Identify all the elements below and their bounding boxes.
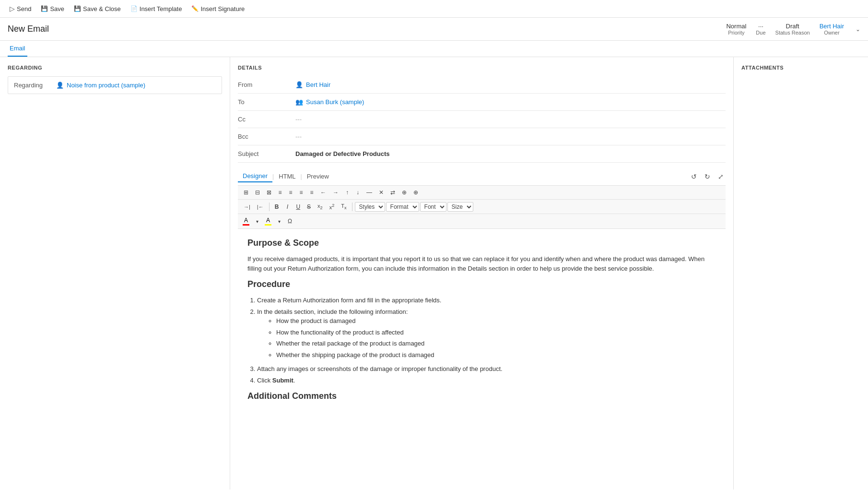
regarding-box: Regarding 👤 Noise from product (sample) <box>8 76 222 94</box>
rte-subscript-btn[interactable]: x2 <box>315 202 326 212</box>
header-chevron-icon[interactable]: ⌄ <box>856 26 860 33</box>
rte-toolbar-row3: A ▾ A ▾ Ω <box>238 214 726 229</box>
rte-row3: A ▾ A ▾ Ω <box>241 216 723 227</box>
main-content: REGARDING Regarding 👤 Noise from product… <box>0 57 868 490</box>
undo-button[interactable]: ↺ <box>689 172 699 181</box>
details-section-title: DETAILS <box>238 65 726 71</box>
insert-signature-icon: ✏️ <box>191 5 199 12</box>
editor-content[interactable]: Purpose & Scope If you receive damaged p… <box>238 229 726 411</box>
expand-button[interactable]: ⤢ <box>716 172 726 181</box>
email-bullet3: Whether the retail package of the produc… <box>276 339 716 348</box>
rte-bold-btn[interactable]: B <box>272 202 282 212</box>
cc-field: Cc --- <box>238 111 726 128</box>
rte-arrow1-btn[interactable]: ← <box>317 188 329 197</box>
save-icon: 💾 <box>41 5 48 12</box>
send-icon: ▷ <box>10 5 15 12</box>
rte-add2-btn[interactable]: ⊕ <box>411 188 421 197</box>
rte-table3-btn[interactable]: ⊠ <box>264 188 274 197</box>
rte-underline-btn[interactable]: U <box>293 202 303 212</box>
editor-controls: ↺ ↻ ⤢ <box>689 172 726 181</box>
rte-add1-btn[interactable]: ⊕ <box>399 188 410 197</box>
rte-arrow3-btn[interactable]: ↑ <box>342 188 352 197</box>
regarding-panel: REGARDING Regarding 👤 Noise from product… <box>0 57 230 490</box>
insert-template-icon: 📄 <box>130 5 138 12</box>
to-person-icon: 👥 <box>295 98 303 106</box>
rte-indent-increase-btn[interactable]: →| <box>241 203 253 211</box>
rte-table2-btn[interactable]: ⊟ <box>252 188 263 197</box>
save-close-icon: 💾 <box>74 5 81 12</box>
rte-omega-btn[interactable]: Ω <box>285 216 295 226</box>
rte-highlight-dropdown-btn[interactable]: ▾ <box>274 218 284 225</box>
save-button[interactable]: 💾 Save <box>37 3 68 14</box>
rte-superscript-btn[interactable]: x2 <box>327 202 338 212</box>
email-step3: Attach any images or screenshots of the … <box>257 364 716 374</box>
highlight-color-bar <box>265 224 271 226</box>
rte-sep2 <box>352 203 352 211</box>
bcc-field: Bcc --- <box>238 128 726 145</box>
regarding-label: Regarding <box>14 82 52 89</box>
bcc-label: Bcc <box>238 133 295 140</box>
rte-align1-btn[interactable]: ≡ <box>275 188 285 197</box>
email-bullet1: How the product is damaged <box>276 316 716 326</box>
save-close-button[interactable]: 💾 Save & Close <box>70 3 125 14</box>
tab-preview[interactable]: Preview <box>302 171 334 182</box>
owner-meta[interactable]: Bert Hair Owner <box>820 23 844 36</box>
from-label: From <box>238 81 295 88</box>
priority-meta: Normal Priority <box>726 23 746 36</box>
font-select[interactable]: Font <box>420 202 446 212</box>
size-select[interactable]: Size <box>447 202 473 212</box>
email-para1: If you receive damaged products, it is i… <box>247 254 716 273</box>
insert-signature-button[interactable]: ✏️ Insert Signature <box>188 3 248 14</box>
email-bullet2: How the functionality of the product is … <box>276 328 716 337</box>
rte-arrow4-btn[interactable]: ↓ <box>353 188 363 197</box>
rte-table-btn[interactable]: ⊞ <box>241 188 251 197</box>
rte-italic-btn[interactable]: I <box>282 202 292 212</box>
regarding-value[interactable]: 👤 Noise from product (sample) <box>56 82 145 89</box>
rte-clear-btn[interactable]: Tx <box>338 202 349 212</box>
rte-toolbar-row1: ⊞ ⊟ ⊠ ≡ ≡ ≡ ≡ ← → ↑ ↓ — ✕ ⇄ ⊕ ⊕ <box>238 186 726 200</box>
rte-indent-decrease-btn[interactable]: |← <box>254 203 267 211</box>
rte-font-color-dropdown-btn[interactable]: ▾ <box>252 218 262 225</box>
from-person-icon: 👤 <box>295 81 303 88</box>
styles-select[interactable]: Styles <box>355 202 385 212</box>
attachments-panel: ATTACHMENTS <box>734 57 868 490</box>
send-button[interactable]: ▷ Send <box>6 3 35 14</box>
rte-swap-btn[interactable]: ⇄ <box>387 188 398 197</box>
email-step2: In the details section, include the foll… <box>257 307 716 360</box>
page-title: New Email <box>8 24 49 34</box>
subject-value[interactable]: Damaged or Defective Products <box>295 150 390 157</box>
rte-align4-btn[interactable]: ≡ <box>307 188 317 197</box>
tab-email[interactable]: Email <box>8 41 27 57</box>
editor-content-wrap: Purpose & Scope If you receive damaged p… <box>238 229 726 411</box>
font-color-bar <box>243 224 249 226</box>
cc-value[interactable]: --- <box>295 116 302 123</box>
from-value[interactable]: 👤 Bert Hair <box>295 81 330 88</box>
email-step1: Create a Return Authorization form and f… <box>257 296 716 305</box>
to-value[interactable]: 👥 Susan Burk (sample) <box>295 98 364 106</box>
insert-template-button[interactable]: 📄 Insert Template <box>127 3 186 14</box>
subject-label: Subject <box>238 150 295 157</box>
regarding-section-title: REGARDING <box>8 65 222 71</box>
page-header: New Email Normal Priority ··· Due Draft … <box>0 18 868 41</box>
attachments-section-title: ATTACHMENTS <box>741 65 860 71</box>
status-reason-meta: Draft Status Reason <box>775 23 810 36</box>
rte-font-color-btn[interactable]: A <box>241 216 251 227</box>
bcc-value[interactable]: --- <box>295 133 302 140</box>
tab-html[interactable]: HTML <box>274 171 300 182</box>
format-select[interactable]: Format <box>386 202 419 212</box>
rte-close-btn[interactable]: ✕ <box>376 188 387 197</box>
email-bullet4: Whether the shipping package of the prod… <box>276 350 716 360</box>
rte-align2-btn[interactable]: ≡ <box>286 188 295 197</box>
top-toolbar: ▷ Send 💾 Save 💾 Save & Close 📄 Insert Te… <box>0 0 868 18</box>
tab-designer[interactable]: Designer <box>238 170 272 182</box>
email-bullets-list: How the product is damaged How the funct… <box>276 316 716 359</box>
rte-dash-btn[interactable]: — <box>364 188 375 197</box>
rte-sep1 <box>269 203 270 211</box>
redo-button[interactable]: ↻ <box>703 172 712 181</box>
rte-strikethrough-btn[interactable]: S <box>304 202 314 212</box>
rte-highlight-btn[interactable]: A <box>263 216 273 227</box>
rte-align3-btn[interactable]: ≡ <box>296 188 306 197</box>
rte-arrow2-btn[interactable]: → <box>330 188 341 197</box>
from-field: From 👤 Bert Hair <box>238 76 726 94</box>
email-steps-list: Create a Return Authorization form and f… <box>257 296 716 385</box>
